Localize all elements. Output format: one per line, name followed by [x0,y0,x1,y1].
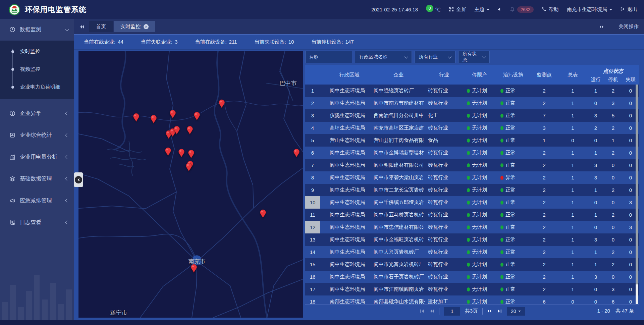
table-row[interactable]: 9 阆中生态环境局 阆中市二龙长宝页岩砖 砖瓦行业 无计划 正常 2 1 1 2 [305,184,639,196]
row-number: 16 [305,271,320,283]
map-pin-icon[interactable] [133,113,140,122]
map-collapse-handle[interactable] [74,172,83,187]
datetime: 2021-02-25 17:46:18 [371,7,418,12]
table-row[interactable]: 12 阆中生态环境局 阆中市忠信建材有限公 砖瓦行业 无计划 正常 2 1 0 … [305,221,639,233]
prev-page-button[interactable] [429,309,434,314]
stat-item: 当前停机设备: 147 [311,39,354,45]
table-row[interactable]: 2 阆中生态环境局 阆中市南方节能建材有 砖瓦行业 无计划 正常 2 1 0 3 [305,97,639,109]
map-pin-icon[interactable] [218,99,225,108]
tabs-scroll-left-button[interactable] [79,24,85,30]
close-tab-icon[interactable]: ✕ [144,24,149,29]
phone-icon [542,7,546,12]
scrollbar-thumb[interactable] [636,85,638,284]
table-row[interactable]: 11 阆中生态环境局 阆中市五马桥页岩机砖 砖瓦行业 无计划 正常 2 1 1 … [305,209,639,221]
table-row[interactable]: 4 高坪生态环境局 南充市高坪区王家店建 砖瓦行业 无计划 正常 3 1 2 2 [305,122,639,134]
theme-menu[interactable]: 主题 [474,6,489,13]
table-row[interactable]: 17 阆中生态环境局 阆中市江南镇阆南页岩 砖瓦行业 无计划 正常 2 1 0 … [305,283,639,295]
map-pin-icon[interactable] [185,163,192,171]
last-page-button[interactable] [497,309,502,314]
table-row[interactable]: 15 阆中生态环境局 阆中市光富页岩机砖厂 砖瓦行业 无计划 正常 2 1 1 … [305,258,639,271]
table-row[interactable]: 3 仪陇生态环境局 西南油气田分公司川中 化工 无计划 正常 7 1 3 5 0 [305,109,639,122]
map-pin-icon[interactable] [293,149,300,157]
close-operations-button[interactable]: 关闭操作 [619,23,639,30]
status-dot [500,89,503,93]
table-row[interactable]: 7 阆中生态环境局 阆中明阳建材有限公司 砖瓦行业 无计划 正常 2 1 3 0 [305,159,639,171]
notifications[interactable]: 2632 [510,6,534,13]
sidebar-item-base-data[interactable]: 基础数据管理 [0,171,74,186]
cell-company: 阆中大兴页岩机砖厂 [372,249,425,255]
map-pin-icon[interactable] [186,126,193,134]
help-button[interactable]: 帮助 [542,6,559,13]
sidebar-item-data-monitor[interactable]: 数据监测 [0,22,74,37]
row-number: 18 [305,295,320,304]
map-panel[interactable]: 巴中市 南充市 遂宁市 [78,51,303,318]
table-row[interactable]: 18 南部生态环境局 南部县砒华山水泥有限公 建材加工 无计划 正常 6 0 0… [305,295,639,304]
table-row[interactable]: 16 阆中生态环境局 阆中市石子页岩机砖厂 砖瓦行业 无计划 正常 2 1 3 … [305,271,639,283]
status-select[interactable]: 所有状态 [458,51,490,63]
table-row[interactable]: 1 阆中生态环境局 阆中强锐页岩砖厂 砖瓦行业 无计划 正常 2 1 1 2 0 [305,85,639,97]
clock-icon [9,26,15,33]
map-pin-icon[interactable] [173,126,180,134]
table-row[interactable]: 14 阆中生态环境局 阆中大兴页岩机砖厂 砖瓦行业 无计划 正常 2 1 1 2 [305,246,639,258]
cell-facility: 正常 [496,162,530,168]
sidebar-subitem-video-monitor[interactable]: 视频监控 [0,60,74,78]
table-row[interactable]: 6 阆中生态环境局 阆中市金博瑞新型墙材 砖瓦行业 无计划 正常 2 1 1 2 [305,147,639,159]
table-row[interactable]: 8 阆中生态环境局 阆中市枣碧大梁山页岩 砖瓦行业 无计划 异常 2 1 3 0 [305,171,639,184]
table-header: 行政区域 企业 行业 停限产 治污设施 监测点 总表 点位状态 运行 停机 [305,65,639,85]
map-pin-icon[interactable] [150,115,157,123]
cell-run: 3 [587,175,604,180]
tab-home[interactable]: 首页 [89,21,113,32]
name-search-input[interactable] [305,51,352,63]
sound-toggle[interactable] [497,7,502,12]
tab-realtime-monitor[interactable]: 实时监控 ✕ [114,21,155,32]
chevron-left-icon [65,111,69,115]
map-pin-icon[interactable] [178,149,185,157]
org-menu[interactable]: 南充市生态环境局 [567,6,612,13]
page-size-select[interactable]: 20 [507,307,525,316]
map-pin-icon[interactable] [188,150,195,158]
map-pin-icon[interactable] [165,147,171,156]
cell-company: 阆中市石子页岩机砖厂 [372,274,425,280]
status-dot [500,300,503,304]
logout-button[interactable]: 退出 [620,6,637,13]
sidebar-subitem-power-load-detail[interactable]: 企业电力负荷明细 [0,78,74,96]
tabs-scroll-right-button[interactable] [599,24,604,30]
cell-stop: 0 [604,175,622,180]
cell-industry: 砖瓦行业 [425,150,463,156]
first-page-button[interactable] [420,309,425,314]
cell-facility: 正常 [496,286,530,292]
map-pin-icon[interactable] [191,264,197,273]
table-row[interactable]: 10 阆中生态环境局 阆中千佛镇五郎垭页岩 砖瓦行业 无计划 正常 2 1 0 … [305,196,639,209]
cell-meter: 1 [558,286,587,292]
table-row[interactable]: 13 阆中生态环境局 阆中市金福旺页岩机砖 砖瓦行业 无计划 正常 2 1 3 … [305,233,639,246]
sidebar-subitem-realtime-monitor[interactable]: 实时监控 [0,43,74,60]
sidebar-item-company-abnormal[interactable]: 企业异常 [0,106,74,121]
map-pin-icon[interactable] [194,112,200,120]
sidebar-item-label: 企业异常 [20,110,41,117]
map-pin-icon[interactable] [260,209,266,218]
region-select[interactable]: 行政区域名称 [355,51,412,63]
col-header-company: 企业 [372,65,425,85]
status-dot [500,101,503,105]
status-dot [500,151,503,155]
chevron-left-icon [65,133,69,137]
map-pin-icon[interactable] [169,110,176,118]
row-number: 12 [305,221,320,233]
next-page-button[interactable] [487,309,492,314]
table-scrollbar[interactable] [636,85,638,304]
cell-region: 仪陇生态环境局 [327,112,372,119]
industry-select[interactable]: 所有行业 [415,51,455,63]
cell-facility: 正常 [496,137,530,144]
table-row[interactable]: 5 营山生态环境局 营山县润丰肉食品有限 食品 无计划 正常 1 0 0 1 0 [305,134,639,147]
sidebar-item-power-analysis[interactable]: 企业用电量分析 [0,149,74,165]
cell-meter: 1 [558,187,587,193]
cell-monitor: 2 [530,286,558,292]
log-file-icon [9,219,15,225]
page-number-input[interactable] [444,307,460,316]
sidebar-item-emergency-reduction[interactable]: 应急减排管理 [0,193,74,208]
fullscreen-button[interactable]: 全屏 [449,6,466,13]
sidebar-item-company-statistics[interactable]: 企业综合统计 [0,127,74,143]
cell-facility: 正常 [496,100,530,106]
sidebar-item-log-view[interactable]: 日志查看 [0,215,74,230]
app-header: 环保用电监管系统 2021-02-25 17:46:18 0 ℃ 全屏 主题 2… [0,0,644,19]
